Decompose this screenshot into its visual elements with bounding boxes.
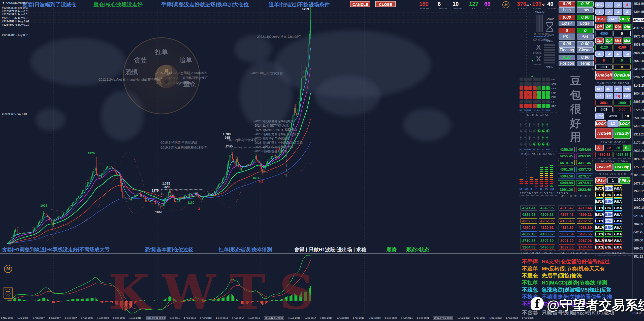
preset-3-button[interactable]: 3 [614, 9, 622, 15]
stat-label-3-r[interactable]: LotsP [577, 21, 594, 26]
fma-30-2[interactable]: FMA [614, 211, 622, 217]
mst-sell-button[interactable]: Mst [614, 38, 622, 44]
m4-button[interactable]: M4 [623, 86, 631, 92]
min-lot-field[interactable]: 0.01 [595, 106, 613, 112]
osell-button[interactable]: OSell [595, 16, 606, 22]
m2-button[interactable]: M2 [605, 86, 613, 92]
bb1l-31-0[interactable]: BB1L [595, 218, 604, 224]
eye-button[interactable]: ◎ [614, 2, 622, 8]
ema-33-2[interactable]: EMA [614, 231, 622, 237]
preset-2-button[interactable]: 2 [605, 9, 613, 15]
bbl-33-1[interactable]: BBL [605, 231, 613, 237]
fma-28-2[interactable]: FMA [614, 198, 622, 204]
ema-31-2[interactable]: EMA [614, 218, 622, 224]
b-points-field[interactable]: 10 [614, 145, 622, 151]
lock-buy-button[interactable]: LOCK [619, 120, 630, 127]
cpf-buy-button[interactable]: Cpf [605, 38, 613, 44]
bb1h-26-0[interactable]: BB1H [595, 185, 604, 191]
mst-buy-button[interactable]: Mst [623, 38, 631, 44]
sl-price-field[interactable]: 3601 [595, 100, 613, 105]
half-button[interactable]: 1/2 [607, 120, 619, 127]
ema-29-2[interactable]: EMA [614, 205, 622, 211]
sell-count-field[interactable]: 0 [595, 58, 613, 63]
timeline-axis[interactable]: 1 Nov 20051 Jul 20061 Feb 20071 Jun 2007… [1, 315, 534, 320]
play-button-2[interactable]: ▶ [614, 51, 622, 57]
stat-label-9-r[interactable]: Temp [577, 61, 594, 66]
max-lot-field[interactable]: 0.05 [614, 106, 631, 112]
lot-field[interactable]: 0.01 [595, 64, 613, 70]
replace-buy-price[interactable]: 4217.15 [614, 152, 631, 157]
ema-27-2[interactable]: EMA [614, 192, 622, 198]
s-points-field[interactable]: 10 [605, 145, 613, 151]
preset-1-button[interactable]: 1 [595, 9, 604, 15]
bb1l-35-0[interactable]: BB1L [595, 244, 604, 250]
points-field[interactable]: 0 [614, 31, 631, 36]
sound-button[interactable]: ♪ [605, 2, 613, 8]
b-button[interactable]: B.. [623, 145, 631, 151]
dp-sell-button[interactable]: DP [595, 24, 604, 30]
alert-count-button[interactable]: 4 [623, 2, 631, 8]
lmt-button[interactable]: Lmt [595, 113, 604, 119]
bslbuy-button[interactable]: BSLBuy [614, 163, 631, 171]
bb1h-34-0[interactable]: BB1H [595, 238, 604, 243]
stat-label-1-l[interactable]: Lots [559, 7, 575, 13]
price-field[interactable]: 4300 [595, 31, 613, 36]
bbh-32-1[interactable]: BBH [605, 225, 613, 230]
bb1l-29-0[interactable]: BB1L [595, 205, 604, 211]
trdsell-button[interactable]: TrdSell [595, 128, 613, 139]
bb1h-30-0[interactable]: BB1H [595, 211, 604, 217]
cpf-sell-button[interactable]: Cpf [595, 38, 604, 44]
rc-button[interactable]: RC [595, 2, 604, 8]
bbh-26-1[interactable]: BBH [605, 185, 613, 191]
limit-price-field[interactable]: 4228 [605, 113, 621, 119]
candle-button[interactable]: CANDLE [350, 1, 370, 7]
offset-field[interactable]: 0 [614, 64, 631, 70]
eq-button[interactable]: Eq [614, 93, 622, 99]
bbl-31-1[interactable]: BBL [605, 218, 613, 224]
close-button[interactable]: CLOSE [375, 1, 396, 7]
pds-button[interactable]: Pds [623, 93, 631, 99]
bbh-28-1[interactable]: BBH [605, 198, 613, 204]
limit-offset-field[interactable]: 10 [623, 113, 631, 119]
bbl-27-1[interactable]: BBL [605, 192, 613, 198]
stat-label-1-r[interactable]: Lots [577, 7, 594, 13]
trdbuy-button[interactable]: TrdBuy [614, 128, 631, 139]
bbl-35-1[interactable]: BBL [605, 244, 613, 250]
fma-34-2[interactable]: FMA [614, 238, 622, 243]
fma-32-2[interactable]: FMA [614, 225, 622, 230]
oall-button[interactable]: OAll [607, 16, 619, 22]
buy-level-field[interactable]: 4120 [595, 45, 613, 50]
dp-buy-button[interactable]: DP [605, 24, 613, 30]
tp-points-field[interactable]: 1000 [614, 100, 631, 105]
apbuy-button[interactable]: APBuy [619, 177, 630, 184]
tp-button[interactable]: TP [605, 93, 613, 99]
sell-level-field[interactable]: 4180 [614, 45, 631, 50]
stat-label-7-r[interactable]: Closed [577, 47, 594, 53]
stat-label-3-l[interactable]: LotsP [559, 21, 575, 26]
rewind-button-2[interactable]: ◀ [623, 51, 631, 57]
apsell-button[interactable]: APSell [595, 177, 606, 184]
dtp-sell-button[interactable]: Dtp [614, 24, 622, 30]
play-button-1[interactable]: ▶ [595, 51, 604, 57]
fma-26-2[interactable]: FMA [614, 185, 622, 191]
m1-button[interactable]: M1 [595, 86, 604, 92]
sl-button[interactable]: SL [595, 93, 604, 99]
bb1l-27-0[interactable]: BB1L [595, 192, 604, 198]
rewind-button-1[interactable]: ◀ [605, 51, 613, 57]
buy-count-field[interactable]: 0 [614, 58, 631, 63]
preset-4-button[interactable]: 4 [623, 9, 631, 15]
bbh-34-1[interactable]: BBH [605, 238, 613, 243]
stat-label-5-l[interactable]: P&L [559, 34, 575, 40]
ema-35-2[interactable]: EMA [614, 244, 622, 250]
bslsell-button[interactable]: BSLSell [595, 163, 613, 171]
bb1l-33-0[interactable]: BB1L [595, 231, 604, 237]
dtp-buy-button[interactable]: Dtp [623, 24, 631, 30]
stat-label-9-l[interactable]: Position [559, 61, 575, 66]
lock-sell-button[interactable]: LOCK [595, 120, 606, 127]
bbh-30-1[interactable]: BBH [605, 211, 613, 217]
s-button[interactable]: S.. [595, 145, 604, 151]
stat-label-7-l[interactable]: Floating [559, 47, 575, 53]
stat-label-5-r[interactable]: P&L [577, 34, 594, 40]
bb1h-32-0[interactable]: BB1H [595, 225, 604, 230]
onebuy-button[interactable]: OneBuy [614, 71, 631, 80]
